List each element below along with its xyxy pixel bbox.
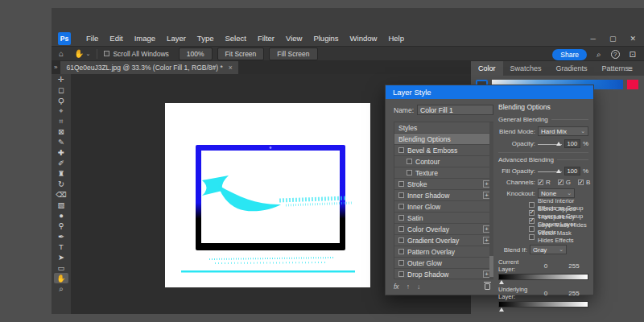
fill-opacity-value[interactable]: 100 bbox=[564, 167, 580, 175]
zoom-tool[interactable]: ⌕ bbox=[54, 283, 68, 294]
hand-tool-icon[interactable]: ✋ bbox=[74, 49, 84, 58]
styles-list-header[interactable]: Styles bbox=[394, 122, 493, 134]
style-contour[interactable]: Contour bbox=[394, 156, 493, 167]
search-icon[interactable]: ⌕ bbox=[597, 50, 601, 60]
brush-tool[interactable]: ✐ bbox=[54, 158, 68, 168]
tab-color[interactable]: Color bbox=[471, 61, 503, 76]
restore-button[interactable]: ▢ bbox=[609, 35, 617, 43]
move-tool[interactable]: ✛ bbox=[54, 74, 68, 85]
style-checkbox[interactable] bbox=[398, 260, 404, 266]
dialog-title-bar[interactable]: Layer Style bbox=[386, 85, 593, 99]
menu-item[interactable]: Type bbox=[192, 34, 220, 43]
minimize-button[interactable]: ─ bbox=[591, 35, 596, 43]
style-outer-glow[interactable]: Outer Glow bbox=[394, 258, 493, 269]
current-layer-ramp[interactable] bbox=[498, 274, 588, 280]
menu-item[interactable]: Window bbox=[345, 34, 383, 43]
close-button[interactable]: ✕ bbox=[630, 35, 636, 43]
style-gradient-overlay[interactable]: Gradient Overlay + bbox=[394, 235, 493, 246]
history-brush-tool[interactable]: ↻ bbox=[54, 179, 68, 189]
document-canvas[interactable] bbox=[165, 103, 370, 287]
blend-mode-dropdown[interactable]: Hard Mix ⌄ bbox=[538, 126, 588, 136]
channel-g-checkbox[interactable] bbox=[558, 180, 564, 185]
style-checkbox[interactable] bbox=[407, 170, 412, 175]
menu-item[interactable]: Layer bbox=[161, 34, 192, 43]
menu-item[interactable]: Help bbox=[382, 34, 410, 43]
style-drop-shadow[interactable]: Drop Shadow + bbox=[394, 269, 493, 279]
vector-mask-hides-checkbox[interactable] bbox=[529, 234, 535, 240]
style-checkbox[interactable] bbox=[398, 237, 404, 243]
layer-name-input[interactable] bbox=[417, 105, 493, 115]
home-icon[interactable]: ⌂ bbox=[59, 49, 64, 58]
style-checkbox[interactable] bbox=[398, 192, 404, 198]
underlying-layer-ramp[interactable] bbox=[498, 301, 588, 308]
delete-effect-icon[interactable] bbox=[485, 283, 490, 290]
scroll-all-windows-checkbox[interactable] bbox=[104, 51, 109, 56]
opacity-value[interactable]: 100 bbox=[564, 139, 580, 148]
pen-tool[interactable]: ✒ bbox=[54, 231, 68, 242]
blend-clipped-checkbox[interactable] bbox=[529, 210, 535, 216]
style-texture[interactable]: Texture bbox=[394, 167, 493, 179]
style-inner-shadow[interactable]: Inner Shadow + bbox=[394, 190, 493, 201]
style-checkbox[interactable] bbox=[398, 249, 404, 254]
zoom-100-button[interactable]: 100% bbox=[179, 47, 213, 60]
style-pattern-overlay[interactable]: Pattern Overlay bbox=[394, 246, 493, 258]
help-icon[interactable]: ? bbox=[611, 50, 620, 59]
quick-selection-tool[interactable]: ⌖ bbox=[54, 105, 68, 116]
style-bevel-emboss[interactable]: Bevel & Emboss bbox=[394, 145, 493, 156]
red-swatch[interactable] bbox=[627, 80, 638, 89]
clone-stamp-tool[interactable]: ♜ bbox=[54, 168, 68, 179]
move-effect-up-icon[interactable]: ↑ bbox=[407, 283, 410, 291]
style-checkbox[interactable] bbox=[407, 159, 412, 164]
frame-tool[interactable]: ⊠ bbox=[54, 126, 68, 137]
opacity-slider[interactable] bbox=[538, 140, 562, 148]
menu-item[interactable]: File bbox=[80, 34, 104, 43]
blend-interior-checkbox[interactable] bbox=[529, 202, 535, 208]
layer-mask-hides-checkbox[interactable] bbox=[529, 226, 535, 232]
style-checkbox[interactable] bbox=[398, 215, 404, 221]
underlying-layer-slider[interactable] bbox=[499, 308, 504, 312]
menu-item[interactable]: Edit bbox=[104, 34, 128, 43]
fill-screen-button[interactable]: Fill Screen bbox=[269, 47, 317, 60]
blur-tool[interactable]: ● bbox=[54, 210, 68, 221]
channel-r-checkbox[interactable] bbox=[538, 180, 543, 185]
style-inner-glow[interactable]: Inner Glow bbox=[394, 201, 493, 213]
lasso-tool[interactable]: Ϙ bbox=[54, 95, 68, 105]
menu-item[interactable]: Filter bbox=[252, 34, 280, 43]
menu-item[interactable]: Select bbox=[219, 34, 251, 43]
panel-menu-icon[interactable]: ≡ bbox=[628, 64, 633, 73]
crop-tool[interactable]: ⌗ bbox=[54, 116, 68, 126]
fit-screen-button[interactable]: Fit Screen bbox=[217, 47, 265, 60]
dodge-tool[interactable]: ⚲ bbox=[54, 221, 68, 231]
menu-item[interactable]: View bbox=[280, 34, 308, 43]
style-checkbox[interactable] bbox=[398, 147, 404, 153]
fx-icon[interactable]: fx bbox=[394, 283, 399, 291]
gradient-tool[interactable]: ▧ bbox=[54, 200, 68, 210]
toolbar-collapse-icon[interactable]: » bbox=[54, 64, 57, 71]
healing-brush-tool[interactable]: ✚ bbox=[54, 147, 68, 158]
style-stroke[interactable]: Stroke + bbox=[394, 179, 493, 190]
type-tool[interactable]: T bbox=[54, 242, 68, 252]
style-blending-options[interactable]: Blending Options bbox=[394, 134, 493, 145]
rectangle-tool[interactable]: ▭ bbox=[54, 262, 68, 273]
style-checkbox[interactable] bbox=[398, 226, 404, 232]
move-effect-down-icon[interactable]: ↓ bbox=[417, 283, 420, 291]
chevron-down-icon[interactable]: ⌄ bbox=[86, 51, 91, 57]
share-button[interactable]: Share bbox=[552, 49, 587, 60]
workspace-icon[interactable]: ⊡ bbox=[630, 50, 636, 59]
eyedropper-tool[interactable]: ✎ bbox=[54, 137, 68, 147]
close-tab-icon[interactable]: × bbox=[229, 64, 233, 72]
marquee-tool[interactable]: ◻ bbox=[54, 85, 68, 95]
style-satin[interactable]: Satin bbox=[394, 213, 493, 224]
menu-item[interactable]: Plugins bbox=[308, 34, 344, 43]
style-checkbox[interactable] bbox=[398, 271, 404, 277]
tab-gradients[interactable]: Gradients bbox=[549, 61, 595, 76]
path-selection-tool[interactable]: ➤ bbox=[54, 252, 68, 262]
current-layer-slider[interactable] bbox=[499, 280, 504, 284]
blend-if-dropdown[interactable]: Gray ⌄ bbox=[530, 245, 567, 254]
menu-item[interactable]: Image bbox=[129, 34, 161, 43]
channel-b-checkbox[interactable] bbox=[578, 180, 584, 185]
style-color-overlay[interactable]: Color Overlay + bbox=[394, 224, 493, 235]
style-checkbox[interactable] bbox=[398, 204, 404, 209]
styles-scrollbar[interactable] bbox=[489, 122, 493, 279]
style-checkbox[interactable] bbox=[398, 181, 404, 187]
